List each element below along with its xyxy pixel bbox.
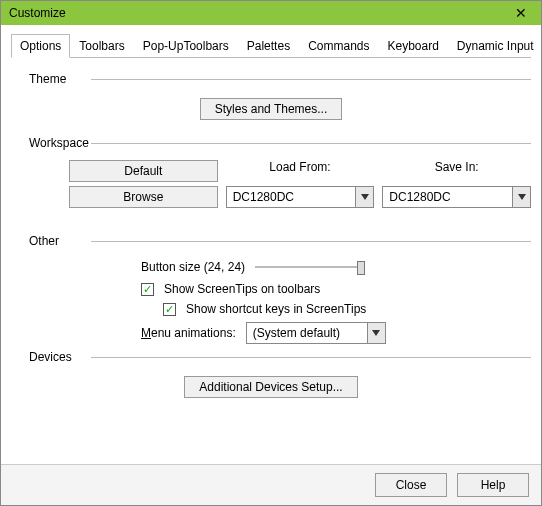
tab-options[interactable]: Options bbox=[11, 34, 70, 58]
tab-popup-toolbars[interactable]: Pop-UpToolbars bbox=[134, 34, 238, 58]
devices-body: Additional Devices Setup... bbox=[11, 374, 531, 408]
other-body: Button size (24, 24) ✓ Show ScreenTips o… bbox=[11, 258, 531, 344]
slider-thumb[interactable] bbox=[357, 261, 365, 275]
chevron-down-icon bbox=[355, 187, 373, 207]
additional-devices-button[interactable]: Additional Devices Setup... bbox=[184, 376, 357, 398]
close-icon[interactable]: ✕ bbox=[509, 5, 533, 21]
chevron-down-icon bbox=[367, 323, 385, 343]
menu-animations-row: Menu animations: (System default) bbox=[141, 322, 531, 344]
help-button[interactable]: Help bbox=[457, 473, 529, 497]
show-screentips-checkbox[interactable]: ✓ bbox=[141, 283, 154, 296]
tab-dynamic-input[interactable]: Dynamic Input bbox=[448, 34, 542, 58]
button-size-label: Button size (24, 24) bbox=[141, 260, 245, 274]
tab-toolbars[interactable]: Toolbars bbox=[70, 34, 133, 58]
divider bbox=[91, 241, 531, 242]
workspace-row-values: Browse DC1280DC DC1280DC bbox=[69, 186, 531, 208]
tab-commands[interactable]: Commands bbox=[299, 34, 378, 58]
save-in-value: DC1280DC bbox=[383, 190, 512, 204]
show-screentips-label: Show ScreenTips on toolbars bbox=[164, 282, 320, 296]
divider bbox=[91, 357, 531, 358]
load-from-value: DC1280DC bbox=[227, 190, 356, 204]
styles-and-themes-button[interactable]: Styles and Themes... bbox=[200, 98, 343, 120]
save-in-header: Save In: bbox=[382, 160, 531, 182]
button-size-row: Button size (24, 24) bbox=[141, 258, 531, 276]
theme-label: Theme bbox=[11, 72, 91, 86]
section-other-header: Other bbox=[11, 234, 531, 248]
theme-body: Styles and Themes... bbox=[11, 96, 531, 130]
customize-dialog: Customize ✕ Options Toolbars Pop-UpToolb… bbox=[0, 0, 542, 506]
tab-palettes[interactable]: Palettes bbox=[238, 34, 299, 58]
divider bbox=[91, 143, 531, 144]
menu-animations-select[interactable]: (System default) bbox=[246, 322, 386, 344]
content-area: Options Toolbars Pop-UpToolbars Palettes… bbox=[1, 25, 541, 408]
button-size-slider[interactable] bbox=[255, 258, 365, 276]
section-devices-header: Devices bbox=[11, 350, 531, 364]
devices-label: Devices bbox=[11, 350, 91, 364]
load-from-select[interactable]: DC1280DC bbox=[226, 186, 375, 208]
section-theme-header: Theme bbox=[11, 72, 531, 86]
default-button[interactable]: Default bbox=[69, 160, 218, 182]
dialog-footer: Close Help bbox=[1, 464, 541, 505]
load-from-header: Load From: bbox=[226, 160, 375, 182]
save-in-select[interactable]: DC1280DC bbox=[382, 186, 531, 208]
other-label: Other bbox=[11, 234, 91, 248]
browse-button[interactable]: Browse bbox=[69, 186, 218, 208]
chevron-down-icon bbox=[512, 187, 530, 207]
section-workspace-header: Workspace bbox=[11, 136, 531, 150]
divider bbox=[91, 79, 531, 80]
titlebar: Customize ✕ bbox=[1, 1, 541, 25]
menu-animations-value: (System default) bbox=[247, 326, 367, 340]
workspace-row-headers: Default Load From: Save In: bbox=[69, 160, 531, 182]
show-screentips-row: ✓ Show ScreenTips on toolbars bbox=[141, 282, 531, 296]
close-button[interactable]: Close bbox=[375, 473, 447, 497]
slider-track bbox=[255, 266, 365, 268]
tab-keyboard[interactable]: Keyboard bbox=[378, 34, 447, 58]
workspace-label: Workspace bbox=[11, 136, 91, 150]
tab-strip: Options Toolbars Pop-UpToolbars Palettes… bbox=[11, 33, 531, 58]
show-shortcut-checkbox[interactable]: ✓ bbox=[163, 303, 176, 316]
show-shortcut-label: Show shortcut keys in ScreenTips bbox=[186, 302, 366, 316]
menu-animations-label: Menu animations: bbox=[141, 326, 236, 340]
show-shortcut-row: ✓ Show shortcut keys in ScreenTips bbox=[141, 302, 531, 316]
window-title: Customize bbox=[9, 6, 509, 20]
